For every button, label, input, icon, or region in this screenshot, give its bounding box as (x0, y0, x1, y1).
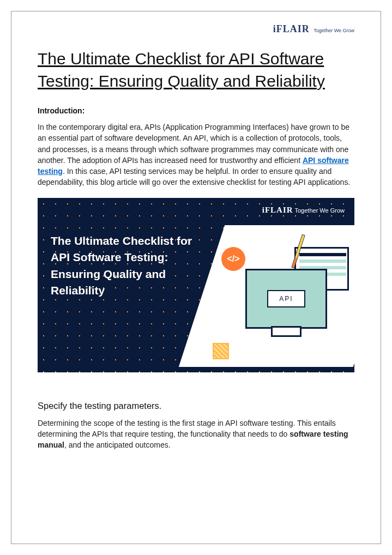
brand-name: iFLAIR (273, 23, 310, 34)
monitor-icon: API (245, 269, 327, 329)
intro-text-b: . In this case, API testing services may… (38, 167, 350, 186)
page-title: The Ultimate Checklist for API Software … (38, 48, 354, 92)
brand-tagline: Together We Grow (313, 28, 354, 33)
banner-title: The Ultimate Checklist for API Software … (51, 233, 198, 299)
banner-illustration: </> API (196, 236, 349, 361)
section-text-b: , and the anticipated outcomes. (64, 441, 171, 449)
section-heading: Specify the testing parameters. (38, 401, 354, 411)
section-paragraph: Determining the scope of the testing is … (38, 418, 354, 451)
banner-brand-tagline: Together We Grow (294, 207, 345, 214)
api-label: API (267, 290, 305, 307)
intro-paragraph: In the contemporary digital era, APIs (A… (38, 122, 354, 188)
hero-banner: iFLAIR Together We Grow The Ultimate Che… (38, 198, 354, 372)
banner-brand-name: iFLAIR (262, 206, 293, 214)
banner-logo: iFLAIR Together We Grow (262, 206, 345, 215)
header-logo: iFLAIR Together We Grow (38, 23, 354, 35)
document-page: iFLAIR Together We Grow The Ultimate Che… (11, 11, 381, 544)
intro-heading: Introduction: (38, 106, 354, 115)
chip-icon (213, 343, 229, 359)
code-icon: </> (221, 247, 245, 271)
